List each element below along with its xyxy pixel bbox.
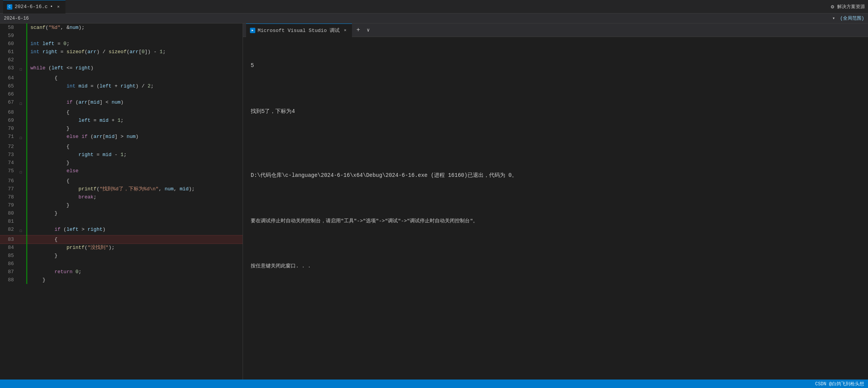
- table-row: 62: [0, 56, 243, 64]
- table-row: 64 {: [0, 74, 243, 82]
- top-bar-right: ⚙ 解决方案资源: [831, 3, 865, 10]
- table-row: 86: [0, 260, 243, 268]
- table-row: 79 }: [0, 201, 243, 209]
- collapse-btn[interactable]: □: [18, 66, 23, 74]
- breadcrumb-scope: ▾ (全局范围): [832, 15, 864, 22]
- table-row: 63 □ while (left <= right): [0, 64, 243, 74]
- terminal-panel: ▶ Microsoft Visual Studio 调试 × + ∨ 5 找到5…: [243, 24, 868, 380]
- terminal-line-6: 按任意键关闭此窗口. . .: [251, 262, 860, 270]
- table-row: 73 right = mid - 1;: [0, 151, 243, 159]
- table-row: 83 {: [0, 235, 243, 244]
- status-bar: CSDN @白鸽飞到枪头想: [0, 380, 868, 388]
- tab-modified-dot: •: [50, 4, 53, 10]
- collapse-btn[interactable]: □: [18, 169, 23, 177]
- tab-close-icon[interactable]: ×: [55, 4, 62, 10]
- table-row: 68 {: [0, 108, 243, 116]
- terminal-line-5: 要在调试停止时自动关闭控制台，请启用"工具"->"选项"->"调试"->"调试停…: [251, 217, 860, 225]
- table-row: 70 }: [0, 124, 243, 133]
- table-row: 58 scanf("%d", &num);: [0, 24, 243, 32]
- breadcrumb-file: 2024-6-16: [4, 16, 29, 21]
- terminal-tab[interactable]: ▶ Microsoft Visual Studio 调试 ×: [246, 24, 352, 37]
- tab-filename: 2024-6-16.c: [15, 4, 48, 10]
- settings-icon[interactable]: ⚙: [831, 3, 834, 10]
- solution-explorer-label[interactable]: 解决方案资源: [837, 3, 865, 10]
- table-row: 88 }: [0, 276, 243, 284]
- table-row: 67 □ if (arr[mid] < num): [0, 98, 243, 108]
- collapse-btn[interactable]: □: [18, 134, 23, 143]
- table-row: 81: [0, 217, 243, 225]
- code-container: 58 scanf("%d", &num); 59 60: [0, 24, 243, 380]
- table-row: 76 {: [0, 177, 243, 185]
- code-editor[interactable]: 58 scanf("%d", &num); 59 60: [0, 24, 243, 380]
- table-row: 85 }: [0, 252, 243, 260]
- table-row: 87 return 0;: [0, 268, 243, 276]
- table-row: 84 printf("没找到");: [0, 244, 243, 252]
- table-row: 61 int right = sizeof(arr) / sizeof(arr[…: [0, 48, 243, 56]
- table-row: 66: [0, 90, 243, 98]
- breadcrumb-bar: 2024-6-16 ▾ (全局范围): [0, 13, 868, 24]
- collapse-btn[interactable]: □: [18, 227, 23, 235]
- table-row: 71 □ else if (arr[mid] > num): [0, 133, 243, 143]
- terminal-content: 5 找到5了，下标为4 D:\代码仓库\c-language\2024-6-16…: [243, 37, 868, 380]
- table-row: 82 □ if (left > right): [0, 225, 243, 235]
- terminal-close-btn[interactable]: ×: [342, 27, 348, 34]
- table-row: 75 □ else: [0, 167, 243, 177]
- table-row: 69 left = mid + 1;: [0, 116, 243, 124]
- terminal-line-4: D:\代码仓库\c-language\2024-6-16\x64\Debug\2…: [251, 171, 860, 180]
- table-row: 78 break;: [0, 193, 243, 201]
- main-content: 58 scanf("%d", &num); 59 60: [0, 24, 868, 380]
- editor-tab[interactable]: C 2024-6-16.c • ×: [3, 0, 65, 13]
- terminal-line-1: 5: [251, 61, 860, 71]
- table-row: 65 int mid = (left + right) / 2;: [0, 82, 243, 90]
- terminal-dropdown-btn[interactable]: ∨: [364, 25, 372, 35]
- status-bar-right: CSDN @白鸽飞到枪头想: [815, 381, 864, 387]
- file-icon: C: [7, 4, 12, 10]
- terminal-add-btn[interactable]: +: [354, 25, 363, 35]
- top-bar: C 2024-6-16.c • × ⚙ 解决方案资源: [0, 0, 868, 13]
- table-row: 80 }: [0, 209, 243, 217]
- table-row: 77 printf("找到%d了，下标为%d\n", num, mid);: [0, 185, 243, 193]
- collapse-btn[interactable]: □: [18, 100, 23, 108]
- terminal-tabs: ▶ Microsoft Visual Studio 调试 × + ∨: [243, 24, 868, 37]
- terminal-tab-label: Microsoft Visual Studio 调试: [258, 27, 340, 34]
- code-panel: 58 scanf("%d", &num); 59 60: [0, 24, 243, 380]
- table-row: 60 int left = 0;: [0, 40, 243, 48]
- table-row: 74 }: [0, 159, 243, 167]
- terminal-icon: ▶: [250, 28, 255, 33]
- table-row: 72 {: [0, 143, 243, 151]
- table-row: 59: [0, 32, 243, 40]
- terminal-line-2: 找到5了，下标为4: [251, 107, 860, 116]
